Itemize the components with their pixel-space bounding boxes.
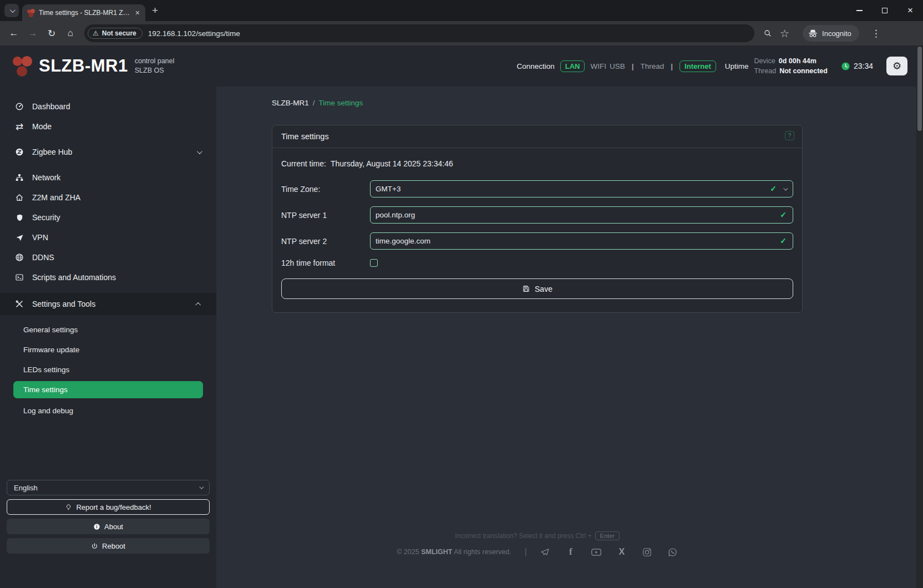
tools-icon (14, 300, 24, 308)
time-settings-card: Time settings ? Current time: Thursday, … (272, 125, 803, 313)
ntp2-label: NTP server 2 (281, 237, 370, 246)
submenu-item-time-settings[interactable]: Time settings (13, 381, 203, 398)
tab-close-icon[interactable]: × (134, 9, 141, 17)
sidebar-item-zigbee-hub[interactable]: Zigbee Hub (0, 142, 216, 162)
sidebar-item-scripts[interactable]: Scripts and Automations (0, 267, 216, 287)
info-icon (93, 523, 100, 530)
help-button[interactable]: ? (785, 131, 794, 140)
ntp1-row: NTP server 1 ✓ (281, 206, 793, 224)
sidebar-item-security[interactable]: Security (0, 207, 216, 227)
window-controls: × (846, 0, 923, 21)
language-select[interactable]: English (7, 480, 210, 495)
bookmark-star-icon[interactable]: ☆ (780, 27, 789, 40)
submenu-label: General settings (23, 326, 78, 334)
thread-label: Thread (641, 62, 665, 70)
home-button[interactable]: ⌂ (62, 25, 79, 42)
ntp1-input[interactable] (370, 206, 793, 224)
sidebar-item-z2m-zha[interactable]: Z2M and ZHA (0, 187, 216, 207)
shield-icon (14, 214, 24, 222)
sidebar-item-ddns[interactable]: DDNS (0, 247, 216, 267)
whatsapp-icon[interactable] (668, 547, 678, 557)
report-bug-button[interactable]: Report a bug/feedback! (7, 499, 210, 515)
maximize-button[interactable] (872, 0, 897, 21)
sidebar-item-label: Scripts and Automations (32, 273, 116, 282)
reload-button[interactable]: ↻ (43, 25, 60, 42)
incognito-icon (808, 29, 818, 38)
tab-title: Time settings - SLZB-MR1 Zigb (39, 9, 130, 17)
timezone-label: Time Zone: (281, 185, 370, 194)
app-header: SLZB-MR1 control panel SLZB OS Connectio… (0, 45, 916, 87)
report-bug-label: Report a bug/feedback! (76, 503, 151, 511)
save-button[interactable]: Save (281, 278, 793, 299)
translation-hint: Incorrect translation? Select it and pre… (455, 531, 620, 540)
brand-subtitle-line1: control panel (135, 57, 175, 66)
mode-icon: ⇄ (14, 121, 24, 133)
ntp1-label: NTP server 1 (281, 211, 370, 220)
page-scrollbar[interactable] (916, 45, 923, 588)
chevron-down-icon (197, 149, 202, 154)
new-tab-button[interactable]: + (152, 4, 158, 17)
timezone-select[interactable]: GMT+3 (370, 180, 793, 197)
current-time-value: Thursday, August 14 2025 23:34:46 (331, 159, 453, 168)
language-value: English (14, 484, 38, 492)
sidebar-item-label: Network (32, 173, 60, 182)
browser-tab[interactable]: Time settings - SLZB-MR1 Zigb × (22, 4, 145, 21)
device-uptime-label: Device (754, 56, 775, 66)
breadcrumb-root[interactable]: SLZB-MR1 (272, 99, 309, 107)
warning-icon: ⚠ (93, 29, 99, 37)
card-body: Current time: Thursday, August 14 2025 2… (272, 148, 802, 312)
back-button[interactable]: ← (6, 25, 22, 42)
sidebar-item-label: Security (32, 213, 60, 222)
submenu-label: Log and debug (23, 407, 73, 415)
submenu-item-general-settings[interactable]: General settings (0, 320, 216, 339)
sidebar-item-label: Mode (32, 122, 52, 131)
header-status: Connection LAN WIFI USB | Thread | Inter… (516, 56, 907, 76)
settings-submenu: General settings Firmware update LEDs se… (0, 315, 216, 420)
ntp2-input[interactable] (370, 232, 793, 250)
chevron-up-icon (195, 302, 201, 307)
telegram-icon[interactable] (540, 547, 550, 557)
save-label: Save (535, 285, 552, 293)
youtube-icon[interactable] (591, 547, 601, 557)
facebook-icon[interactable]: f (566, 547, 576, 557)
address-bar[interactable]: ⚠ Not secure 192.168.1.102/settings/time (84, 24, 754, 42)
save-floppy-icon (522, 285, 530, 293)
current-time-row: Current time: Thursday, August 14 2025 2… (281, 159, 793, 168)
sidebar-item-network[interactable]: Network (0, 168, 216, 187)
submenu-item-firmware-update[interactable]: Firmware update (0, 339, 216, 359)
not-secure-chip[interactable]: ⚠ Not secure (88, 28, 143, 39)
sidebar-item-vpn[interactable]: VPN (0, 227, 216, 247)
submenu-item-log-debug[interactable]: Log and debug (0, 401, 216, 420)
scrollbar-thumb[interactable] (917, 47, 922, 131)
reboot-button[interactable]: Reboot (7, 538, 210, 554)
browser-menu-icon[interactable]: ⋮ (867, 28, 885, 39)
format-12h-checkbox[interactable] (370, 259, 378, 267)
main-area: SLZB-MR1 / Time settings Time settings ?… (216, 87, 916, 588)
reboot-label: Reboot (102, 542, 125, 550)
valid-check-icon: ✓ (780, 210, 787, 219)
usb-label: USB (610, 62, 625, 70)
connection-label: Connection (516, 62, 554, 70)
zoom-search-icon[interactable] (763, 29, 772, 38)
url-text: 192.168.1.102/settings/time (148, 29, 240, 38)
maximize-icon (882, 8, 888, 13)
zigbee-icon (14, 148, 24, 156)
close-button[interactable]: × (897, 0, 923, 21)
sidebar-item-dashboard[interactable]: Dashboard (0, 97, 216, 116)
forward-button[interactable]: → (24, 25, 41, 42)
submenu-item-leds-settings[interactable]: LEDs settings (0, 359, 216, 379)
x-social-icon[interactable]: X (617, 547, 627, 557)
format-12h-label: 12h time format (281, 258, 370, 267)
settings-gear-button[interactable]: ⚙ (886, 57, 907, 75)
uptime-block: Device0d 00h 44m ThreadNot connected (754, 56, 828, 76)
sidebar: Dashboard ⇄ Mode Zigbee Hub Network Z2M … (0, 87, 216, 588)
minimize-button[interactable] (846, 0, 872, 21)
about-button[interactable]: About (7, 519, 210, 534)
format-12h-row: 12h time format (281, 258, 793, 267)
device-uptime-value: 0d 00h 44m (779, 56, 816, 66)
tab-search-button[interactable] (4, 4, 19, 17)
sidebar-item-mode[interactable]: ⇄ Mode (0, 116, 216, 136)
sidebar-item-settings-tools[interactable]: Settings and Tools (0, 293, 216, 315)
sidebar-item-label: Zigbee Hub (32, 148, 72, 156)
instagram-icon[interactable] (642, 547, 652, 557)
